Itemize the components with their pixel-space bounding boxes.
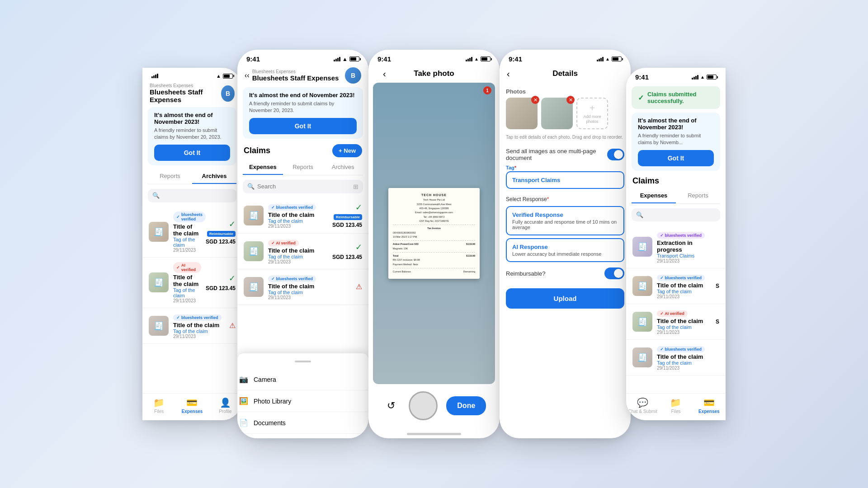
- notification-badge-3: 1: [483, 86, 491, 94]
- claim-thumb-2-2: 🧾: [244, 241, 264, 261]
- tab-reports-2[interactable]: Reports: [283, 160, 323, 175]
- receipt-divider4-3: [393, 268, 476, 268]
- filter-icon-2[interactable]: ⊞: [353, 183, 359, 190]
- nav-chat-5[interactable]: 💬 Chat & Submit: [626, 397, 659, 414]
- claims-heading-5: Claims: [626, 174, 726, 188]
- tab-archives-2[interactable]: Archives: [323, 160, 363, 175]
- claim-title-2-2: Title of the claim: [268, 247, 328, 254]
- claim-tag-2-2: Tag of the claim: [268, 254, 328, 259]
- claim-item-1-2[interactable]: 🧾 ✓ AI verified Title of the claim Tag o…: [142, 258, 242, 308]
- receipt-brand-3: TECH HOUSE: [393, 192, 476, 198]
- verified-response-desc-4: Fully accurate and response time of 10 m…: [512, 219, 618, 230]
- claim-title-5-1: Extraction in progress: [657, 239, 715, 253]
- claim-item-5-4[interactable]: 🧾 ✓ bluesheets verified Title of the cla…: [626, 340, 726, 375]
- nav-profile-1[interactable]: 👤 Profile: [209, 397, 242, 414]
- nav-files-5[interactable]: 📁 Files: [659, 397, 692, 414]
- claim-thumb-5-1: 🧾: [632, 237, 652, 257]
- tab-archives-1[interactable]: Archives: [192, 169, 236, 184]
- claim-item-2-3[interactable]: 🧾 ✓ bluesheets verified Title of the cla…: [237, 269, 368, 305]
- battery-icon-5: [707, 75, 717, 80]
- search-input-2[interactable]: [257, 183, 350, 190]
- camera-controls-3: ↺ Done: [368, 384, 500, 429]
- rotate-btn-3[interactable]: ↺: [382, 397, 400, 415]
- claim-date-1-1: 29/11/2023: [173, 248, 201, 253]
- app-subtitle-2: Bluesheets Expenses: [252, 69, 339, 74]
- claim-date-1-2: 29/11/2023: [173, 298, 201, 303]
- claim-badge-5-2: ✓ bluesheets verified: [657, 275, 705, 281]
- claim-item-2-2[interactable]: 🧾 ✓ AI verified Title of the claim Tag o…: [237, 234, 368, 269]
- receipt-gst-3: GST Reg No: 201716607E: [393, 219, 476, 223]
- receipt-ref-3: OR43031300800002: [393, 231, 476, 235]
- claim-right-5-2: S: [716, 283, 719, 289]
- tag-label-4: Tag*: [500, 165, 631, 171]
- got-it-btn-5[interactable]: Got It: [638, 150, 714, 166]
- search-input-5[interactable]: [646, 211, 722, 218]
- send-doc-toggle-4[interactable]: [607, 149, 624, 160]
- verified-response-option-4[interactable]: Verified Response Fully accurate and res…: [506, 206, 624, 235]
- reimbursable-badge-1: Reimbursable: [207, 231, 236, 237]
- claim-tag-2-3: Tag of the claim: [268, 290, 351, 295]
- search-bar-1[interactable]: 🔍 ⊞: [148, 189, 236, 202]
- status-bar-3: 9:41 ▲: [368, 50, 500, 65]
- claim-item-5-3[interactable]: 🧾 ✓ AI verified Title of the claim Tag o…: [626, 304, 726, 340]
- shutter-btn-3[interactable]: [409, 391, 438, 420]
- got-it-btn-1[interactable]: Got It: [154, 145, 230, 161]
- add-photo-btn-4[interactable]: + Add more photos: [576, 98, 608, 129]
- claim-item-1-1[interactable]: 🧾 ✓ bluesheets verified Title of the cla…: [142, 207, 242, 258]
- app-name-2: Bluesheets Staff Expenses: [252, 74, 339, 82]
- nav-expenses-5[interactable]: 💳 Expenses: [693, 397, 726, 414]
- done-btn-3[interactable]: Done: [446, 396, 486, 415]
- tab-expenses-2[interactable]: Expenses: [243, 160, 283, 175]
- search-input-1[interactable]: [162, 192, 238, 199]
- back-btn-3[interactable]: ‹: [376, 64, 393, 84]
- nav-expenses-1[interactable]: 💳 Expenses: [175, 397, 208, 414]
- tab-reports-1[interactable]: Reports: [148, 169, 192, 184]
- documents-option-2[interactable]: 📄 Documents: [237, 412, 368, 434]
- camera-icon-opt-2: 📷: [239, 375, 248, 384]
- claim-date-5-2: 29/11/2023: [657, 294, 711, 299]
- search-bar-2[interactable]: 🔍 ⊞: [243, 180, 363, 193]
- photolibrary-option-2[interactable]: 🖼️ Photo Library: [237, 390, 368, 412]
- claims-heading-2: Claims: [244, 146, 270, 155]
- signal-icon-3: [466, 57, 472, 61]
- tab-reports-5[interactable]: Reports: [676, 188, 720, 203]
- remove-photo-btn-4-2[interactable]: ✕: [566, 96, 575, 104]
- camera-option-2[interactable]: 📷 Camera: [237, 369, 368, 390]
- tag-input-4[interactable]: Transport Claims: [506, 171, 624, 189]
- claim-item-5-2[interactable]: 🧾 ✓ bluesheets verified Title of the cla…: [626, 268, 726, 304]
- back-icon-2[interactable]: ‹‹: [245, 71, 250, 80]
- tabs-2: Expenses Reports Archives: [243, 160, 363, 175]
- reimbursable-toggle-4[interactable]: [604, 267, 624, 279]
- claim-item-5-1[interactable]: 🧾 ✓ bluesheets verified Extraction in pr…: [626, 226, 726, 268]
- nav-files-1[interactable]: 📁 Files: [142, 397, 175, 414]
- notif-text-5: A friendly reminder to submit claims by …: [638, 132, 714, 146]
- claim-tag-5-1: Transport Claims: [657, 253, 715, 258]
- claim-badge-5-4: ✓ bluesheets verified: [657, 346, 705, 352]
- claim-right-1-1: ✓ Reimbursable SGD 123.45: [206, 219, 236, 245]
- details-header-4: ‹ Details: [500, 65, 631, 83]
- claim-item-1-3[interactable]: 🧾 ✓ bluesheets verified Title of the cla…: [142, 308, 242, 344]
- got-it-btn-2[interactable]: Got It: [249, 118, 357, 134]
- app-subtitle-1: Bluesheets Expenses: [150, 83, 221, 88]
- remove-photo-btn-4-1[interactable]: ✕: [531, 96, 539, 104]
- wifi-icon-4: ▲: [605, 56, 610, 61]
- claim-info-1-1: ✓ bluesheets verified Title of the claim…: [173, 211, 201, 253]
- claim-right-2-1: ✓ Reimbursable SGD 123.45: [332, 202, 362, 228]
- ai-response-option-4[interactable]: AI Response Lower accuracy but immediate…: [506, 238, 624, 262]
- home-indicator-3: [368, 429, 500, 438]
- receipt-gst-amt-3: 8% GST inclusive: $8.88: [393, 258, 476, 262]
- search-bar-5[interactable]: 🔍: [632, 208, 720, 221]
- back-btn-4[interactable]: ‹: [507, 69, 510, 79]
- claim-amount-1-1: SGD 123.45: [206, 239, 236, 245]
- tab-expenses-5[interactable]: Expenses: [632, 188, 676, 203]
- camera-label-2: Camera: [254, 376, 276, 383]
- receipt-card-3: TECH HOUSE Tech House Pte Ltd 3155 Commo…: [388, 188, 480, 278]
- claim-item-2-1[interactable]: 🧾 ✓ bluesheets verified Title of the cla…: [237, 198, 368, 234]
- new-claim-btn-2[interactable]: + ExpensesNew: [332, 144, 362, 157]
- phone-2-main: 9:41 ▲ ‹‹ Bluesheets Expenses Bluesheets…: [237, 50, 368, 438]
- battery-icon-3: [481, 56, 491, 61]
- app-avatar-1: B: [221, 85, 235, 102]
- receipt-balance-3: Current Balance Remaining: [393, 270, 476, 274]
- upload-btn-4[interactable]: Upload: [506, 288, 624, 309]
- claim-title-1-1: Title of the claim: [173, 223, 201, 237]
